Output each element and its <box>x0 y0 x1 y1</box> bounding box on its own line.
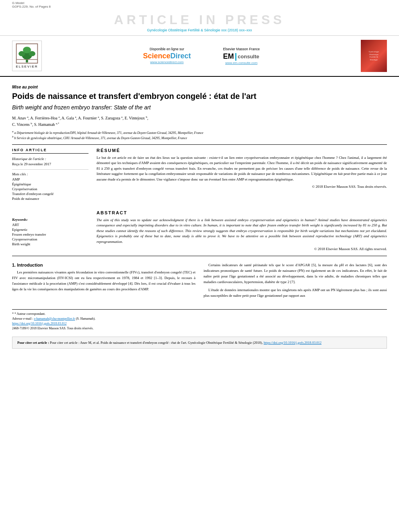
article-in-press-title: ARTICLE IN PRESS <box>0 12 399 27</box>
intro-col-right: Certains indicateurs de santé périnatale… <box>204 263 387 301</box>
intro-title: 1. Introduction <box>12 263 195 267</box>
intro-col-left: 1. Introduction Les premières naissances… <box>12 263 195 301</box>
citation-box: Pour citer cet article : Pour citer cet … <box>12 337 387 349</box>
received-date: Reçu le 29 novembre 2017 <box>12 162 88 166</box>
divider-keywords <box>12 169 88 170</box>
abstract-copyright: © 2018 Elsevier Masson SAS. All rights r… <box>97 247 387 251</box>
col-abstract: ABSTRACT The aim of this study was to up… <box>97 205 387 251</box>
keywords-en-label: Keywords: <box>12 218 88 222</box>
middle-links: Disponible en ligne sur ScienceDirect ww… <box>42 47 361 65</box>
col-keywords-en: Keywords: ART Epigenetic Frozen embryo t… <box>12 205 88 251</box>
resume-header: RÉSUMÉ <box>97 148 387 153</box>
citation-doi[interactable]: https://doi.org/10.1016/j.gofs.2018.03.0… <box>263 341 321 345</box>
citation-text: Pour citer cet article : Anav M, et al. … <box>50 341 263 345</box>
g-model-line: G Model GOFS-229; No. of Pages 8 <box>12 1 51 8</box>
main-content: Mise au point Poids de naissance et tran… <box>0 77 399 330</box>
keyword-en-5: Birth weight <box>12 242 88 246</box>
em-consulte-logo: EM | consulte <box>223 52 259 61</box>
article-in-press-banner: ARTICLE IN PRESS Gynécologie Obstétrique… <box>0 8 399 36</box>
elsevier-tree-icon <box>15 43 39 64</box>
keywords-en-list: ART Epigenetic Frozen embryo transfer Cr… <box>12 223 88 246</box>
doi-link[interactable]: https://doi.org/10.1016/j.gofs.2018.03.0… <box>12 322 66 325</box>
keyword-en-4: Cryopreservation <box>12 237 88 241</box>
pour-citer-label: Pour citer cet article : <box>17 341 50 345</box>
journal-cover-thumbnail: GynécologieObstétriqueFertilité &Sénolog… <box>361 40 387 72</box>
elsevier-logo: ELSEVIER <box>12 41 42 71</box>
divider-2 <box>12 256 387 256</box>
col-resume: RÉSUMÉ Le but de cet article est de fair… <box>97 148 387 201</box>
resume-copyright: © 2018 Elsevier Masson SAS. Tous droits … <box>97 185 387 189</box>
journal-reference: Gynécologie Obstétrique Fertilité & Séno… <box>0 28 399 32</box>
footnote-rights: 2468-7189/© 2018 Elsevier Masson SAS. To… <box>12 327 387 330</box>
footnote-email: Adresse e-mail : s-hamamah@chu-montpelli… <box>12 317 387 320</box>
footnote-asterisk: * * Auteur correspondant. <box>12 312 387 316</box>
article-title-fr: Poids de naissance et transfert d'embryo… <box>12 91 387 101</box>
em-consulte-url[interactable]: www.em-consulte.com <box>223 61 259 65</box>
keyword-en-2: Epigenetic <box>12 228 88 232</box>
historique-label: Historique de l'article : <box>12 157 88 161</box>
intro-body-left: Les premières naissances vivantes après … <box>12 270 195 292</box>
page: G Model GOFS-229; No. of Pages 8 ARTICLE… <box>0 0 399 532</box>
resume-text: Le but de cet article est de faire un ét… <box>97 155 387 183</box>
mots-cles-label: Mots clés : <box>12 172 88 176</box>
keyword-fr-4: Transfert d'embryon congelé <box>12 192 88 196</box>
elsevier-label: ELSEVIER <box>16 65 38 68</box>
em-consulte-block: Elsevier Masson France EM | consulte www… <box>223 47 259 65</box>
abstract-section: Keywords: ART Epigenetic Frozen embryo t… <box>12 205 387 251</box>
footnote-email-link[interactable]: s-hamamah@chu-montpellier.fr <box>34 317 75 320</box>
keyword-fr-5: Poids de naissance <box>12 197 88 201</box>
col-info-article: INFO ARTICLE Historique de l'article : R… <box>12 148 88 201</box>
sciencedirect-url[interactable]: www.sciencedirect.com <box>143 60 191 64</box>
keyword-en-1: ART <box>12 223 88 227</box>
keyword-fr-1: AMP <box>12 177 88 181</box>
authors-line: M. Anav a, A. Ferrières-Hoa a, A. Gala a… <box>12 115 387 127</box>
intro-body-right: Certains indicateurs de santé périnatale… <box>204 263 387 299</box>
abstract-text: The aim of this study was to update our … <box>97 218 387 245</box>
footnotes: * * Auteur correspondant. Adresse e-mail… <box>12 309 387 330</box>
info-article-header: INFO ARTICLE <box>12 148 88 154</box>
keyword-fr-3: Cryopréservation <box>12 187 88 191</box>
section-type: Mise au point <box>12 85 387 89</box>
header-logos: ELSEVIER Disponible en ligne sur Science… <box>0 36 399 77</box>
keywords-fr-list: AMP Épigénétique Cryopréservation Transf… <box>12 177 88 201</box>
footnote-doi: https://doi.org/10.1016/j.gofs.2018.03.0… <box>12 322 387 325</box>
two-col-section: INFO ARTICLE Historique de l'article : R… <box>12 148 387 201</box>
introduction-section: 1. Introduction Les premières naissances… <box>12 263 387 301</box>
keyword-fr-2: Épigénétique <box>12 182 88 186</box>
sciencedirect-logo: ScienceDirect <box>143 52 191 60</box>
keyword-en-3: Frozen embryo transfer <box>12 232 88 236</box>
divider-1 <box>12 144 387 145</box>
affiliations: a a Département biologie de la reproduct… <box>12 130 387 140</box>
abstract-header: ABSTRACT <box>97 210 387 215</box>
svg-point-4 <box>23 47 31 53</box>
sciencedirect-block: Disponible en ligne sur ScienceDirect ww… <box>143 47 191 65</box>
article-title-en: Birth weight and frozen embryo transfer:… <box>12 104 387 111</box>
